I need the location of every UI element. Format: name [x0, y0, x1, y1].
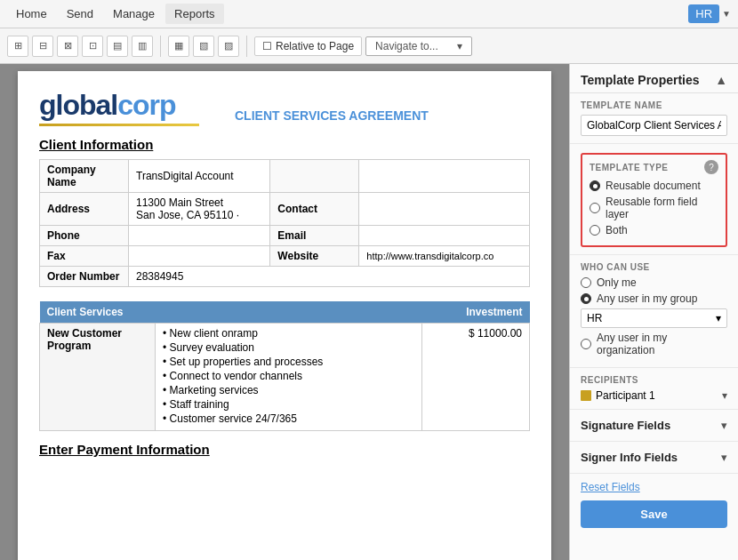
table-row: New Customer Program New client onramp S…	[40, 324, 530, 431]
radio-label-form-field: Reusable form field layer	[606, 196, 718, 220]
recipient-name: Participant 1	[596, 389, 655, 402]
help-icon[interactable]: ?	[704, 160, 718, 174]
list-item: Staff training	[163, 398, 414, 411]
radio-circle-empty-1	[590, 203, 600, 213]
signer-info-chevron: ▾	[721, 451, 727, 464]
reset-fields-link[interactable]: Reset Fields	[581, 481, 727, 493]
value-company: TransDigital Account	[129, 160, 270, 193]
save-button[interactable]: Save	[581, 500, 727, 528]
main-area: global corp CLIENT SERVICES AGREEMENT Cl…	[0, 64, 738, 560]
radio-org-circle	[581, 339, 591, 349]
value-contact	[359, 193, 530, 226]
radio-only-me[interactable]: Only me	[581, 276, 727, 289]
label-phone: Phone	[40, 226, 129, 246]
logo: global corp	[39, 89, 199, 126]
radio-both[interactable]: Both	[590, 224, 718, 236]
recipient-chevron[interactable]: ▾	[722, 389, 727, 402]
table-row: Fax Website http://www.transdigitalcorp.…	[40, 246, 530, 267]
panel-header: Template Properties ▲	[570, 64, 738, 93]
radio-label-org: Any user in my organization	[597, 332, 727, 356]
logo-corp: corp	[117, 89, 175, 122]
agreement-title: CLIENT SERVICES AGREEMENT	[235, 108, 429, 126]
menu-items: Home Send Manage Reports	[7, 4, 224, 24]
signature-fields-section[interactable]: Signature Fields ▾	[570, 410, 738, 442]
logo-area: global corp CLIENT SERVICES AGREEMENT	[39, 89, 530, 126]
who-can-use-section: WHO CAN USE Only me Any user in my group…	[570, 255, 738, 368]
client-info-table: Company Name TransDigital Account Addres…	[39, 159, 530, 287]
recipient-left: Participant 1	[581, 389, 655, 402]
template-type-label: TEMPLATE TYPE	[590, 163, 669, 172]
list-item: Customer service 24/7/365	[163, 412, 414, 425]
template-name-label: TEMPLATE NAME	[581, 100, 727, 110]
services-table: Client Services Investment New Customer …	[39, 301, 530, 431]
label-address: Address	[40, 193, 129, 226]
panel-footer: Reset Fields Save	[570, 474, 738, 535]
navigate-label: Navigate to...	[375, 40, 438, 52]
group-value: HR	[587, 312, 602, 324]
table-row: Address 11300 Main StreetSan Jose, CA 95…	[40, 193, 530, 226]
navigate-chevron: ▾	[457, 40, 462, 52]
user-dropdown[interactable]: HR	[688, 4, 719, 23]
toolbar-icon-5[interactable]: ▤	[107, 36, 128, 57]
group-dropdown[interactable]: HR ▾	[581, 308, 727, 328]
label-empty	[270, 160, 359, 193]
doc-scroll: global corp CLIENT SERVICES AGREEMENT Cl…	[0, 64, 569, 560]
value-phone	[129, 226, 270, 246]
signer-info-section[interactable]: Signer Info Fields ▾	[570, 442, 738, 474]
radio-circle-empty-2	[590, 225, 600, 236]
radio-circle-filled	[590, 180, 600, 191]
document-area[interactable]: global corp CLIENT SERVICES AGREEMENT Cl…	[0, 64, 569, 560]
menu-bar: Home Send Manage Reports HR ▼	[0, 0, 738, 28]
label-website: Website	[270, 246, 359, 267]
list-item: Marketing services	[163, 384, 414, 396]
toolbar-icon-9[interactable]: ▨	[218, 36, 239, 57]
radio-my-group[interactable]: Any user in my group	[581, 292, 727, 305]
radio-org[interactable]: Any user in my organization	[581, 332, 727, 356]
value-fax	[129, 246, 270, 267]
radio-label-my-group: Any user in my group	[597, 292, 697, 305]
recipients-section: RECIPIENTS Participant 1 ▾	[570, 368, 738, 410]
recipients-label: RECIPIENTS	[581, 375, 727, 385]
navigate-dropdown[interactable]: Navigate to... ▾	[365, 36, 472, 56]
toolbar-icon-1[interactable]: ⊞	[7, 36, 28, 57]
signature-fields-label: Signature Fields	[581, 419, 670, 432]
toolbar-icon-2[interactable]: ⊟	[32, 36, 53, 57]
label-email: Email	[270, 226, 359, 246]
client-info-heading: Client Information	[39, 137, 530, 152]
list-item: New client onramp	[163, 327, 414, 340]
radio-label-only-me: Only me	[597, 276, 637, 289]
collapse-icon[interactable]: ▲	[715, 73, 727, 87]
template-name-input[interactable]	[581, 115, 727, 136]
radio-only-me-circle	[581, 277, 591, 288]
table-row: Order Number 28384945	[40, 267, 530, 287]
signature-fields-chevron: ▾	[721, 419, 727, 432]
services-header-desc	[156, 301, 422, 324]
logo-underline	[39, 124, 199, 126]
list-item: Connect to vendor channels	[163, 370, 414, 382]
relative-page-button[interactable]: ☐ Relative to Page	[254, 36, 362, 56]
menu-home[interactable]: Home	[7, 4, 56, 24]
panel-title: Template Properties	[581, 73, 700, 87]
services-header-row: Client Services Investment	[40, 301, 530, 324]
toolbar-icon-4[interactable]: ⊡	[82, 36, 103, 57]
radio-form-field[interactable]: Reusable form field layer	[590, 196, 718, 220]
service-row-label: New Customer Program	[40, 324, 156, 431]
toolbar-icon-8[interactable]: ▧	[193, 36, 214, 57]
value-website: http://www.transdigitalcorp.co	[359, 246, 530, 267]
radio-reusable-doc[interactable]: Reusable document	[590, 180, 718, 192]
menu-send[interactable]: Send	[58, 4, 102, 24]
toolbar-icon-3[interactable]: ⊠	[57, 36, 78, 57]
relative-page-label: Relative to Page	[276, 40, 354, 52]
checkbox-icon: ☐	[262, 40, 272, 52]
toolbar-icon-7[interactable]: ▦	[168, 36, 189, 57]
value-empty	[359, 160, 530, 193]
menu-manage[interactable]: Manage	[104, 4, 164, 24]
doc-page: global corp CLIENT SERVICES AGREEMENT Cl…	[18, 71, 551, 560]
value-address: 11300 Main StreetSan Jose, CA 95110 ·	[129, 193, 270, 226]
toolbar-icon-6[interactable]: ▥	[132, 36, 153, 57]
menu-reports[interactable]: Reports	[165, 4, 224, 24]
signer-info-label: Signer Info Fields	[581, 451, 678, 464]
label-company: Company Name	[40, 160, 129, 193]
radio-label-both: Both	[606, 224, 628, 236]
toolbar-sep-1	[160, 36, 161, 57]
